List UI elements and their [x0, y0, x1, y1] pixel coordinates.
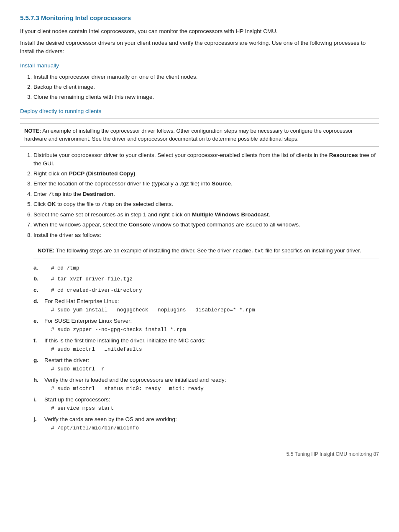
alpha-text-i: Start up the coprocessors: — [44, 396, 110, 403]
list-item: Install the coprocessor driver manually … — [33, 73, 379, 81]
code-f: # sudo micctrl initdefaults — [51, 347, 142, 352]
alpha-content-h: Verify the driver is loaded and the copr… — [44, 375, 379, 394]
note-text-1-content: An example of installing the coprocessor… — [24, 128, 353, 142]
bold-source: Source — [212, 180, 231, 187]
alpha-content-f: If this is the first time installing the… — [44, 335, 379, 355]
alpha-text-h: Verify the driver is loaded and the copr… — [44, 377, 226, 383]
bold-mwb: Multiple Windows Broadcast — [192, 211, 269, 218]
deploy-steps-list: Distribute your coprocessor driver to yo… — [33, 151, 379, 239]
note-box-1: NOTE: An example of installing the copro… — [20, 123, 379, 147]
bold-destination: Destination — [83, 191, 114, 197]
bold-console: Console — [128, 221, 151, 228]
list-item: Enter /tmp into the Destination. — [33, 190, 379, 199]
list-item: Clone the remaining clients with this ne… — [33, 93, 379, 101]
install-manually-heading: Install manually — [20, 62, 379, 70]
alpha-label-d: d. — [33, 296, 44, 316]
alpha-text-f: If this is the first time installing the… — [44, 337, 206, 344]
code-e: # sudo zypper --no-gpg-checks install *.… — [51, 327, 186, 333]
list-item: Right-click on PDCP (Distributed Copy). — [33, 170, 379, 178]
alpha-content-a: # cd /tmp — [44, 262, 379, 274]
alpha-content-e: For SUSE Enterprise Linux Server: # sudo… — [44, 316, 379, 335]
alpha-content-i: Start up the coprocessors: # service mps… — [44, 394, 379, 414]
alpha-step-j: j. Verify the cards are seen by the OS a… — [33, 414, 379, 434]
intro-paragraph-1: If your client nodes contain Intel copro… — [20, 27, 379, 36]
code-h1: # sudo micctrl status mic0: ready — [51, 386, 161, 392]
intro-paragraph-2: Install the desired coprocessor drivers … — [20, 39, 379, 56]
note-box-2: NOTE: The following steps are an example… — [33, 243, 379, 259]
alpha-step-g: g. Restart the driver: # sudo micctrl -r — [33, 355, 379, 375]
note-text-2-after: file for specifics on installing your dr… — [264, 247, 361, 254]
deploy-divider — [20, 118, 379, 119]
list-item: When the windows appear, select the Cons… — [33, 221, 379, 229]
install-manually-list: Install the coprocessor driver manually … — [33, 73, 379, 102]
code-j: # /opt/intel/mic/bin/micinfo — [51, 425, 139, 431]
code-c: # cd created-driver-directory — [51, 288, 142, 293]
alpha-step-b: b. # tar xvzf driver-file.tgz — [33, 273, 379, 285]
alpha-content-c: # cd created-driver-directory — [44, 285, 379, 296]
alpha-label-h: h. — [33, 375, 44, 394]
alpha-step-f: f. If this is the first time installing … — [33, 335, 379, 355]
code-i: # service mpss start — [51, 406, 114, 411]
code-g: # sudo micctrl -r — [51, 366, 105, 372]
note-text-2-before: The following steps are an example of in… — [56, 247, 233, 254]
alpha-label-g: g. — [33, 355, 44, 375]
alpha-step-c: c. # cd created-driver-directory — [33, 285, 379, 296]
note-label-1: NOTE: — [24, 128, 41, 134]
alpha-text-g: Restart the driver: — [44, 357, 89, 363]
code-d: # sudo yum install --nogpgcheck --noplug… — [51, 307, 255, 313]
section-heading: 5.5.7.3 Monitoring Intel coprocessors — [20, 13, 379, 23]
list-item: Click OK to copy the file to /tmp on the… — [33, 200, 379, 209]
alpha-step-h: h. Verify the driver is loaded and the c… — [33, 375, 379, 394]
page-footer: 5.5 Tuning HP Insight CMU monitoring 87 — [20, 450, 379, 458]
list-item: Enter the location of the coprocessor dr… — [33, 180, 379, 188]
alpha-steps-table: a. # cd /tmp b. # tar xvzf driver-file.t… — [33, 262, 379, 434]
alpha-step-i: i. Start up the coprocessors: # service … — [33, 394, 379, 414]
list-item: Backup the client image. — [33, 83, 379, 91]
alpha-label-e: e. — [33, 316, 44, 335]
alpha-content-j: Verify the cards are seen by the OS and … — [44, 414, 379, 434]
alpha-content-g: Restart the driver: # sudo micctrl -r — [44, 355, 379, 375]
alpha-label-c: c. — [33, 285, 44, 296]
alpha-step-d: d. For Red Hat Enterprise Linux: # sudo … — [33, 296, 379, 316]
alpha-step-a: a. # cd /tmp — [33, 262, 379, 274]
note-code-readme: readme.txt — [233, 248, 264, 254]
alpha-content-b: # tar xvzf driver-file.tgz — [44, 273, 379, 285]
alpha-text-j: Verify the cards are seen by the OS and … — [44, 416, 177, 422]
alpha-label-j: j. — [33, 414, 44, 434]
alpha-label-a: a. — [33, 262, 44, 274]
code-tmp2: /tmp — [102, 202, 114, 208]
bold-resources: Resources — [329, 152, 358, 158]
alpha-step-e: e. For SUSE Enterprise Linux Server: # s… — [33, 316, 379, 335]
note-label-2: NOTE: — [38, 247, 54, 254]
alpha-content-d: For Red Hat Enterprise Linux: # sudo yum… — [44, 296, 379, 316]
bold-ok: OK — [47, 201, 56, 207]
list-item: Select the same set of resources as in s… — [33, 211, 379, 219]
code-b: # tar xvzf driver-file.tgz — [51, 276, 133, 282]
code-a: # cd /tmp — [51, 265, 79, 271]
alpha-label-f: f. — [33, 335, 44, 355]
alpha-text-e: For SUSE Enterprise Linux Server: — [44, 318, 132, 324]
alpha-label-i: i. — [33, 394, 44, 414]
deploy-heading: Deploy directly to running clients — [20, 107, 379, 116]
bold-pdcp: PDCP (Distributed Copy) — [69, 170, 136, 177]
list-item: Install the driver as follows: — [33, 231, 379, 239]
code-h2: mic1: ready — [169, 386, 204, 392]
list-item: Distribute your coprocessor driver to yo… — [33, 151, 379, 168]
alpha-text-d: For Red Hat Enterprise Linux: — [44, 298, 119, 304]
code-tmp: /tmp — [49, 192, 61, 198]
alpha-label-b: b. — [33, 273, 44, 285]
